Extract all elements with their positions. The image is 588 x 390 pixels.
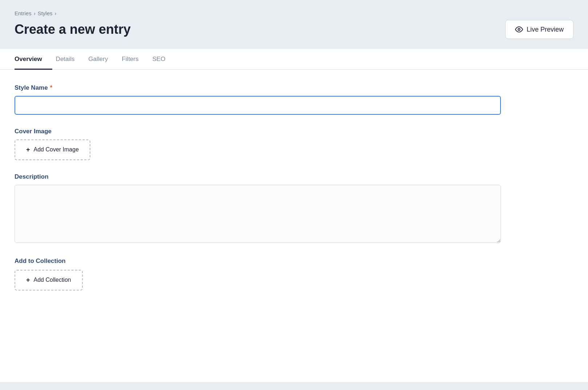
collection-group: Add to Collection + Add Collection	[15, 257, 573, 291]
add-collection-label: Add Collection	[34, 277, 71, 283]
breadcrumb-styles[interactable]: Styles	[38, 10, 53, 16]
eye-icon	[515, 25, 523, 33]
page-title: Create a new entry	[15, 22, 131, 37]
add-collection-button[interactable]: + Add Collection	[15, 270, 83, 291]
collection-label: Add to Collection	[15, 257, 573, 265]
live-preview-button[interactable]: Live Preview	[505, 20, 573, 39]
style-name-input[interactable]	[15, 96, 501, 115]
style-name-group: Style Name *	[15, 84, 573, 115]
add-cover-image-button[interactable]: + Add Cover Image	[15, 139, 90, 160]
tab-filters[interactable]: Filters	[122, 49, 148, 70]
plus-icon-collection: +	[26, 276, 30, 284]
breadcrumb-separator-1: ›	[34, 10, 36, 16]
breadcrumb-entries[interactable]: Entries	[15, 10, 32, 16]
breadcrumb: Entries › Styles ›	[15, 10, 573, 16]
tab-gallery[interactable]: Gallery	[89, 49, 118, 70]
svg-point-0	[518, 28, 520, 31]
required-indicator: *	[50, 84, 53, 92]
description-label: Description	[15, 173, 573, 180]
tabs-bar: Overview Details Gallery Filters SEO	[0, 49, 588, 70]
cover-image-label: Cover Image	[15, 128, 573, 135]
live-preview-label: Live Preview	[527, 26, 564, 33]
cover-image-group: Cover Image + Add Cover Image	[15, 128, 573, 160]
plus-icon: +	[26, 146, 30, 154]
description-group: Description	[15, 173, 573, 244]
tab-seo[interactable]: SEO	[152, 49, 176, 70]
add-cover-image-label: Add Cover Image	[34, 146, 79, 153]
description-textarea[interactable]	[15, 185, 501, 243]
tab-details[interactable]: Details	[56, 49, 85, 70]
style-name-label: Style Name *	[15, 84, 573, 92]
tab-overview[interactable]: Overview	[15, 49, 52, 70]
content-area: Style Name * Cover Image + Add Cover Ima…	[0, 70, 588, 382]
breadcrumb-separator-2: ›	[55, 10, 57, 16]
